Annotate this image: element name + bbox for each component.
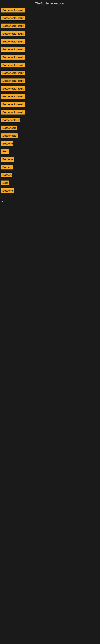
list-item[interactable]: Bottleneck result (0, 14, 100, 22)
bottleneck-badge[interactable]: Bottlene (1, 188, 14, 193)
bottleneck-badge[interactable]: Bottleneck result (1, 16, 25, 20)
bottleneck-badge[interactable]: Bottleneck (1, 173, 12, 177)
bottleneck-badge[interactable]: Bottleneck result (1, 47, 25, 52)
list-item[interactable]: Bottleneck res (0, 116, 100, 124)
list-item[interactable]: Bottleneck result (0, 109, 100, 116)
bottleneck-badge[interactable]: Bottleneck result (1, 55, 25, 60)
bottleneck-badge[interactable]: Bottleneck result (1, 8, 25, 12)
list-item[interactable]: Bottleneck re (0, 132, 100, 140)
ellipsis-indicator: ... (0, 198, 100, 204)
list-item[interactable]: Bottlen (0, 164, 100, 172)
list-item[interactable]: Bottleneck result (0, 22, 100, 30)
list-item[interactable]: Bottleneck result (0, 101, 100, 109)
list-item[interactable]: Bott (0, 179, 100, 187)
list-item[interactable]: Bottleneck result (0, 54, 100, 62)
bottleneck-badge[interactable]: Bottleneck result (1, 24, 25, 28)
bottleneck-badge[interactable]: Bottlene (1, 141, 13, 146)
list-item[interactable]: Bottleneck result (0, 62, 100, 70)
page-wrapper: TheBottlenecker.com Bottleneck resultBot… (0, 0, 100, 204)
list-item[interactable]: Bottleneck result (0, 85, 100, 93)
bottleneck-badge[interactable]: Bottlene (1, 157, 14, 162)
list-item[interactable]: Bottleneck result (0, 70, 100, 77)
list-item[interactable]: Bottlene (0, 187, 100, 195)
list-item[interactable]: Bottleneck result (0, 38, 100, 46)
bottleneck-badge[interactable]: Bottlen (1, 165, 13, 170)
bottleneck-badge[interactable]: Bottleneck result (1, 32, 25, 36)
list-item[interactable]: Bott (0, 148, 100, 156)
list-item[interactable]: Bottleneck result (0, 77, 100, 85)
site-title: TheBottlenecker.com (0, 0, 100, 6)
list-item[interactable]: Bottleneck result (0, 93, 100, 101)
list-item[interactable]: Bottleneck result (0, 30, 100, 38)
bottleneck-badge[interactable]: Bottleneck result (1, 102, 25, 107)
bottleneck-badge[interactable]: Bott (1, 149, 9, 154)
bottleneck-badge[interactable]: Bott (1, 180, 9, 185)
bottleneck-badge[interactable]: Bottleneck result (1, 110, 25, 114)
list-item[interactable]: Bottleneck result (0, 46, 100, 54)
bottleneck-list: Bottleneck resultBottleneck resultBottle… (0, 6, 100, 196)
bottleneck-badge[interactable]: Bottleneck result (1, 78, 25, 83)
list-item[interactable]: Bottleneck (0, 124, 100, 132)
list-item[interactable]: Bottlene (0, 156, 100, 164)
bottleneck-badge[interactable]: Bottleneck result (1, 39, 25, 44)
bottleneck-badge[interactable]: Bottleneck result (1, 86, 25, 91)
bottleneck-badge[interactable]: Bottleneck result (1, 94, 25, 99)
list-item[interactable]: Bottleneck result (0, 7, 100, 14)
bottleneck-badge[interactable]: Bottleneck (1, 126, 17, 130)
bottleneck-badge[interactable]: Bottleneck result (1, 63, 25, 68)
bottleneck-badge[interactable]: Bottleneck res (1, 118, 20, 122)
bottleneck-badge[interactable]: Bottleneck re (1, 134, 18, 138)
list-item[interactable]: Bottleneck (0, 172, 100, 179)
list-item[interactable]: Bottlene (0, 140, 100, 148)
bottleneck-badge[interactable]: Bottleneck result (1, 71, 25, 75)
